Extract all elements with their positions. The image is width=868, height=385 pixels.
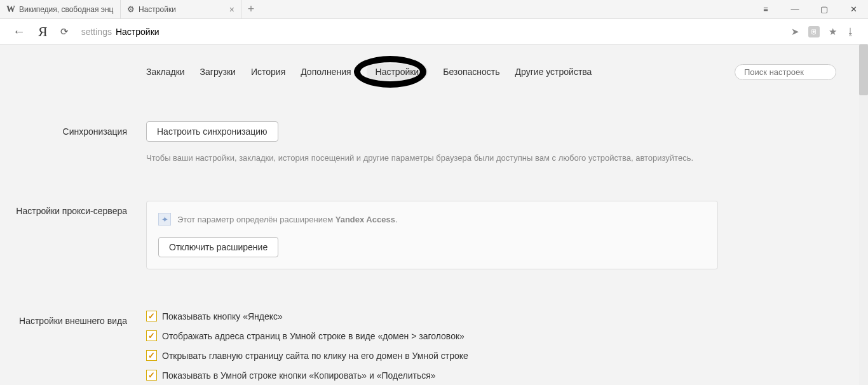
titlebar: W Википедия, свободная энц Настройки × +…	[0, 0, 868, 19]
shield-icon[interactable]: ⛨	[808, 26, 820, 37]
window-controls: ≡ — ▢ ✕	[751, 0, 868, 19]
settings-top-nav: Закладки Загрузки История Дополнения Нас…	[0, 64, 868, 80]
section-proxy: Настройки прокси-сервера ✦ Этот параметр…	[0, 185, 868, 276]
checkbox-row[interactable]: Открывать главную страницу сайта по клик…	[146, 350, 718, 361]
section-content-sync: Настроить синхронизацию Чтобы ваши настр…	[146, 121, 718, 163]
search-settings-input[interactable]	[735, 64, 836, 80]
nav-history[interactable]: История	[251, 67, 285, 77]
checkbox-label: Показывать кнопку «Яндекс»	[162, 311, 283, 321]
checkbox-icon[interactable]	[146, 370, 157, 381]
checkbox-label: Отображать адреса страниц в Умной строке…	[162, 331, 465, 341]
address-bar: ← Я ⟳ settings Настройки ➤ ⛨ ★ ⭳	[0, 19, 868, 44]
checkbox-icon[interactable]	[146, 330, 157, 341]
minimize-button[interactable]: —	[780, 0, 810, 19]
extension-info-row: ✦ Этот параметр определён расширением Ya…	[158, 213, 706, 226]
nav-addons[interactable]: Дополнения	[301, 67, 351, 77]
tab-wikipedia[interactable]: W Википедия, свободная энц	[0, 0, 121, 18]
checkbox-row[interactable]: Показывать в Умной строке кнопки «Копиро…	[146, 370, 718, 381]
nav-devices[interactable]: Другие устройства	[515, 67, 592, 77]
section-label-appearance: Настройки внешнего вида	[0, 311, 127, 385]
checkbox-icon[interactable]	[146, 311, 157, 321]
url-field[interactable]: settings Настройки	[81, 27, 778, 37]
vertical-scrollbar[interactable]	[859, 44, 868, 385]
bookmark-star-icon[interactable]: ★	[829, 26, 837, 37]
url-title: Настройки	[116, 27, 159, 37]
section-appearance: Настройки внешнего вида Показывать кнопк…	[0, 295, 868, 385]
checkbox-label: Показывать в Умной строке кнопки «Копиро…	[162, 370, 436, 381]
checkbox-icon[interactable]	[146, 350, 157, 361]
section-content-appearance: Показывать кнопку «Яндекс» Отображать ад…	[146, 311, 718, 385]
close-window-button[interactable]: ✕	[839, 0, 868, 19]
tab-settings[interactable]: Настройки ×	[121, 0, 241, 18]
section-label-sync: Синхронизация	[0, 121, 127, 163]
nav-security[interactable]: Безопасность	[443, 67, 499, 77]
proxy-panel: ✦ Этот параметр определён расширением Ya…	[146, 201, 718, 269]
maximize-button[interactable]: ▢	[810, 0, 839, 19]
gear-icon	[127, 4, 135, 14]
rocket-icon[interactable]: ➤	[791, 26, 799, 37]
puzzle-icon: ✦	[158, 213, 171, 226]
back-button[interactable]: ←	[13, 24, 25, 39]
section-label-proxy: Настройки прокси-сервера	[0, 201, 127, 269]
url-prefix: settings	[81, 27, 112, 37]
new-tab-button[interactable]: +	[241, 0, 261, 18]
section-sync: Синхронизация Настроить синхронизацию Чт…	[0, 105, 868, 169]
disable-extension-button[interactable]: Отключить расширение	[158, 237, 278, 257]
address-right-controls: ➤ ⛨ ★ ⭳	[791, 26, 855, 37]
yandex-logo[interactable]: Я	[38, 24, 48, 40]
content-area: Закладки Загрузки История Дополнения Нас…	[0, 44, 868, 385]
scrollbar-thumb[interactable]	[859, 44, 868, 95]
close-tab-icon[interactable]: ×	[229, 4, 234, 15]
checkbox-row[interactable]: Показывать кнопку «Яндекс»	[146, 311, 718, 321]
download-icon[interactable]: ⭳	[846, 26, 855, 37]
nav-settings[interactable]: Настройки	[367, 64, 428, 80]
tabs-container: W Википедия, свободная энц Настройки × +	[0, 0, 261, 18]
menu-icon[interactable]: ≡	[751, 0, 780, 19]
checkbox-label: Открывать главную страницу сайта по клик…	[162, 351, 468, 361]
wikipedia-icon: W	[6, 4, 15, 15]
tab-label: Настройки	[139, 5, 176, 14]
section-content-proxy: ✦ Этот параметр определён расширением Ya…	[146, 201, 718, 269]
ext-prefix: Этот параметр определён расширением	[177, 215, 336, 224]
tab-label: Википедия, свободная энц	[19, 5, 113, 14]
sync-hint: Чтобы ваши настройки, закладки, история …	[146, 153, 718, 163]
ext-name: Yandex Access	[336, 215, 395, 224]
reload-icon[interactable]: ⟳	[60, 26, 69, 37]
configure-sync-button[interactable]: Настроить синхронизацию	[146, 121, 278, 142]
nav-bookmarks[interactable]: Закладки	[146, 67, 185, 77]
checkbox-row[interactable]: Отображать адреса страниц в Умной строке…	[146, 330, 718, 341]
ext-info-text: Этот параметр определён расширением Yand…	[177, 215, 398, 224]
nav-downloads[interactable]: Загрузки	[200, 67, 236, 77]
